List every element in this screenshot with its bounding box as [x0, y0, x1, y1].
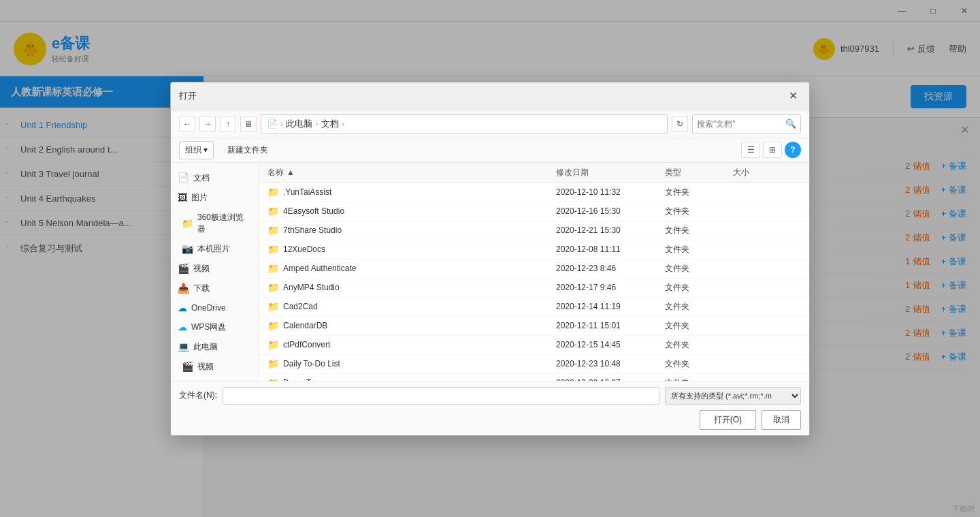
- left-item-downloads[interactable]: 📥 下载: [171, 279, 259, 298]
- file-row[interactable]: 📁 ctPdfConvert 2020-12-15 14:45 文件夹: [259, 336, 809, 355]
- wps-icon: ☁: [178, 322, 187, 332]
- file-modified: 2020-12-23 10:48: [556, 359, 665, 369]
- folder-icon: 📁: [182, 218, 193, 229]
- file-name: Cad2Cad: [283, 302, 318, 311]
- file-name: 4Easysoft Studio: [283, 206, 344, 216]
- filename-input[interactable]: [223, 387, 659, 405]
- file-type: 文件夹: [665, 339, 733, 351]
- footer-action-row: 打开(O) 取消: [179, 410, 801, 430]
- new-folder-dialog-button[interactable]: 新建文件夹: [222, 142, 274, 159]
- view-controls: ☰ ⊞ ?: [741, 142, 801, 158]
- col-type-header[interactable]: 类型: [665, 167, 733, 178]
- file-type: 文件夹: [665, 301, 733, 313]
- file-row[interactable]: 📁 CalendarDB 2020-12-11 15:01 文件夹: [259, 317, 809, 336]
- folder-icon: 📁: [267, 206, 279, 217]
- left-item-wps[interactable]: ☁ WPS网盘: [171, 317, 259, 337]
- search-input[interactable]: [697, 119, 785, 129]
- open-button[interactable]: 打开(O): [700, 410, 756, 430]
- file-name: .YunTaiAssist: [283, 187, 331, 197]
- breadcrumb-sep: ›: [280, 119, 283, 129]
- file-row-name: 📁 CalendarDB: [267, 320, 556, 331]
- left-item-label: 文档: [193, 172, 210, 184]
- left-item-onedrive[interactable]: ☁ OneDrive: [171, 298, 259, 317]
- file-row-name: 📁 7thShare Studio: [267, 225, 556, 236]
- file-row-name: 📁 ctPdfConvert: [267, 339, 556, 350]
- nav-computer-button[interactable]: 🖥: [240, 116, 257, 132]
- left-item-thispc[interactable]: 💻 此电脑: [171, 337, 259, 357]
- pictures-icon: 🖼: [178, 192, 187, 203]
- cancel-button[interactable]: 取消: [762, 410, 801, 430]
- file-type: 文件夹: [665, 225, 733, 236]
- file-modified: 2020-12-14 11:19: [556, 302, 665, 311]
- left-item-pc-video[interactable]: 🎬 视频: [171, 357, 259, 377]
- left-item-video[interactable]: 🎬 视频: [171, 259, 259, 279]
- file-name: AnyMP4 Studio: [283, 283, 340, 292]
- file-row[interactable]: 📁 12XueDocs 2020-12-08 11:11 文件夹: [259, 240, 809, 260]
- nav-back-button[interactable]: ←: [179, 116, 195, 132]
- breadcrumb-bar[interactable]: 📄 › 此电脑 › 文档 ›: [261, 114, 668, 134]
- help-button[interactable]: ?: [785, 142, 801, 158]
- file-row[interactable]: 📁 Amped Authenticate 2020-12-23 8:46 文件夹: [259, 260, 809, 279]
- file-row-name: 📁 .YunTaiAssist: [267, 187, 556, 198]
- file-name: CalendarDB: [283, 321, 327, 330]
- breadcrumb-item-2[interactable]: 文档: [321, 118, 339, 130]
- file-row[interactable]: 📁 Cad2Cad 2020-12-14 11:19 文件夹: [259, 298, 809, 317]
- file-row-name: 📁 12XueDocs: [267, 244, 556, 255]
- left-item-360browser[interactable]: 📁 360极速浏览器: [171, 208, 259, 239]
- breadcrumb-separator: 📄: [267, 119, 278, 129]
- left-item-label: 视频: [193, 263, 210, 275]
- download-icon: 📥: [178, 283, 189, 294]
- file-row-name: 📁 Amped Authenticate: [267, 263, 556, 274]
- file-type: 文件夹: [665, 263, 733, 275]
- col-size-header[interactable]: 大小: [733, 167, 787, 178]
- file-row[interactable]: 📁 7thShare Studio 2020-12-21 15:30 文件夹: [259, 221, 809, 240]
- nav-up-button[interactable]: ↑: [220, 116, 236, 132]
- dialog-close-button[interactable]: ✕: [785, 88, 801, 104]
- nav-refresh-button[interactable]: ↻: [672, 116, 688, 132]
- folder-icon: 📁: [267, 263, 279, 274]
- col-modified-header[interactable]: 修改日期: [556, 167, 665, 178]
- left-item-label: 360极速浏览器: [197, 212, 252, 235]
- folder-icon: 📁: [267, 187, 279, 198]
- file-type: 文件夹: [665, 282, 733, 294]
- left-item-pictures[interactable]: 🖼 图片: [171, 188, 259, 208]
- file-row-name: 📁 AnyMP4 Studio: [267, 282, 556, 293]
- view-details-button[interactable]: ☰: [741, 142, 760, 158]
- file-row[interactable]: 📁 .YunTaiAssist 2020-12-10 11:32 文件夹: [259, 183, 809, 202]
- file-type: 文件夹: [665, 187, 733, 198]
- file-name: 12XueDocs: [283, 245, 325, 254]
- footer-filename-row: 文件名(N): 所有支持的类型 (*.avi;*.rm;*.m: [179, 387, 801, 405]
- file-row[interactable]: 📁 Daily To-Do List 2020-12-23 10:48 文件夹: [259, 355, 809, 374]
- col-name-header[interactable]: 名称 ▲: [267, 167, 556, 178]
- file-row-name: 📁 Daily To-Do List: [267, 358, 556, 369]
- file-row-name: 📁 4Easysoft Studio: [267, 206, 556, 217]
- breadcrumb-item-1[interactable]: 此电脑: [286, 118, 312, 130]
- search-icon[interactable]: 🔍: [785, 119, 796, 129]
- left-item-photos[interactable]: 📷 本机照片: [171, 239, 259, 259]
- dialog-footer: 文件名(N): 所有支持的类型 (*.avi;*.rm;*.m 打开(O) 取消: [171, 381, 809, 435]
- organize-button[interactable]: 组织 ▾: [179, 141, 214, 159]
- folder-icon: 📁: [267, 320, 279, 331]
- file-row[interactable]: 📁 AnyMP4 Studio 2020-12-17 9:46 文件夹: [259, 279, 809, 298]
- left-item-label: 本机照片: [197, 243, 230, 255]
- video-icon: 🎬: [178, 263, 189, 274]
- left-item-documents[interactable]: 📄 文档: [171, 168, 259, 188]
- left-item-label: 下载: [193, 283, 210, 294]
- filetype-select[interactable]: 所有支持的类型 (*.avi;*.rm;*.m: [665, 387, 801, 405]
- file-type: 文件夹: [665, 358, 733, 370]
- dialog-left-panel: 📄 文档 🖼 图片 📁 360极速浏览器 📷 本机照片 🎬 视频: [171, 163, 259, 381]
- file-name: Amped Authenticate: [283, 264, 356, 273]
- nav-forward-button[interactable]: →: [199, 116, 216, 132]
- col-scroll-placeholder: [787, 167, 801, 178]
- file-row[interactable]: 📁 4Easysoft Studio 2020-12-16 15:30 文件夹: [259, 202, 809, 221]
- folder-icon: 📁: [267, 244, 279, 255]
- file-dialog: 打开 ✕ ← → ↑ 🖥 📄 › 此电脑 › 文档 › ↻ 🔍: [170, 82, 810, 436]
- file-modified: 2020-12-11 15:01: [556, 321, 665, 330]
- file-row[interactable]: 📁 DocusTree 2020-12-22 13:37 文件夹: [259, 374, 809, 381]
- documents-icon: 📄: [178, 172, 189, 183]
- file-type: 文件夹: [665, 320, 733, 332]
- search-box[interactable]: 🔍: [692, 114, 801, 134]
- folder-icon: 📁: [267, 358, 279, 369]
- view-icons-button[interactable]: ⊞: [763, 142, 782, 158]
- dialog-body: 📄 文档 🖼 图片 📁 360极速浏览器 📷 本机照片 🎬 视频: [171, 163, 809, 381]
